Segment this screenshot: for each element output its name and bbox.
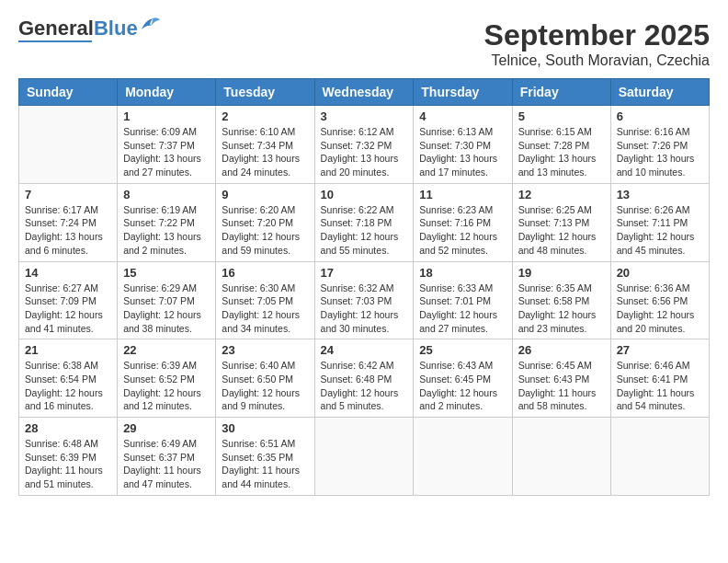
day-number: 24 (321, 343, 408, 357)
calendar-day-cell (314, 418, 414, 496)
day-info: Sunrise: 6:20 AMSunset: 7:20 PMDaylight:… (222, 203, 308, 258)
day-info: Sunrise: 6:43 AMSunset: 6:45 PMDaylight:… (419, 359, 506, 413)
calendar-day-cell: 23Sunrise: 6:40 AMSunset: 6:50 PMDayligh… (216, 339, 314, 418)
day-number: 19 (518, 266, 605, 280)
day-info: Sunrise: 6:29 AMSunset: 7:07 PMDaylight:… (123, 282, 210, 336)
day-info: Sunrise: 6:12 AMSunset: 7:32 PMDaylight:… (321, 125, 408, 179)
calendar-day-cell: 12Sunrise: 6:25 AMSunset: 7:13 PMDayligh… (512, 183, 610, 261)
calendar-day-cell: 21Sunrise: 6:38 AMSunset: 6:54 PMDayligh… (19, 339, 118, 418)
day-number: 6 (617, 109, 703, 123)
day-number: 25 (419, 343, 506, 357)
calendar-day-cell: 19Sunrise: 6:35 AMSunset: 6:58 PMDayligh… (512, 261, 610, 339)
calendar-week-row: 21Sunrise: 6:38 AMSunset: 6:54 PMDayligh… (19, 339, 710, 418)
calendar-day-cell: 30Sunrise: 6:51 AMSunset: 6:35 PMDayligh… (216, 418, 314, 496)
calendar-day-cell: 6Sunrise: 6:16 AMSunset: 7:26 PMDaylight… (610, 106, 709, 184)
day-number: 17 (321, 266, 408, 280)
calendar-day-cell: 29Sunrise: 6:49 AMSunset: 6:37 PMDayligh… (118, 418, 216, 496)
calendar-day-cell: 8Sunrise: 6:19 AMSunset: 7:22 PMDaylight… (118, 183, 216, 261)
day-number: 27 (617, 343, 703, 357)
weekday-header: Sunday (19, 79, 118, 106)
weekday-header: Saturday (610, 79, 709, 106)
day-info: Sunrise: 6:51 AMSunset: 6:35 PMDaylight:… (222, 437, 308, 491)
day-info: Sunrise: 6:46 AMSunset: 6:41 PMDaylight:… (617, 359, 703, 413)
calendar-week-row: 1Sunrise: 6:09 AMSunset: 7:37 PMDaylight… (19, 106, 710, 184)
calendar-day-cell (19, 106, 118, 184)
calendar-week-row: 14Sunrise: 6:27 AMSunset: 7:09 PMDayligh… (19, 261, 710, 339)
day-info: Sunrise: 6:33 AMSunset: 7:01 PMDaylight:… (419, 282, 506, 336)
day-info: Sunrise: 6:13 AMSunset: 7:30 PMDaylight:… (419, 125, 506, 179)
day-number: 26 (518, 343, 605, 357)
day-number: 8 (123, 188, 210, 201)
page-title: September 2025 (484, 18, 710, 52)
day-info: Sunrise: 6:38 AMSunset: 6:54 PMDaylight:… (25, 359, 111, 413)
page-subtitle: Telnice, South Moravian, Czechia (484, 52, 710, 69)
logo-bird-icon (140, 17, 160, 33)
calendar-day-cell: 25Sunrise: 6:43 AMSunset: 6:45 PMDayligh… (414, 339, 512, 418)
calendar-day-cell: 14Sunrise: 6:27 AMSunset: 7:09 PMDayligh… (19, 261, 118, 339)
day-number: 4 (419, 109, 506, 123)
day-number: 1 (123, 109, 210, 123)
title-block: September 2025 Telnice, South Moravian, … (484, 18, 710, 69)
day-number: 9 (222, 188, 308, 201)
calendar-week-row: 28Sunrise: 6:48 AMSunset: 6:39 PMDayligh… (19, 418, 710, 496)
logo-general: General (18, 17, 94, 40)
day-number: 15 (123, 266, 210, 280)
day-info: Sunrise: 6:40 AMSunset: 6:50 PMDaylight:… (222, 359, 308, 413)
day-number: 10 (321, 188, 408, 201)
day-number: 22 (123, 343, 210, 357)
calendar-day-cell (414, 418, 512, 496)
day-number: 13 (617, 188, 703, 201)
day-info: Sunrise: 6:42 AMSunset: 6:48 PMDaylight:… (321, 359, 408, 413)
day-info: Sunrise: 6:35 AMSunset: 6:58 PMDaylight:… (518, 282, 605, 336)
day-info: Sunrise: 6:16 AMSunset: 7:26 PMDaylight:… (617, 125, 703, 179)
day-info: Sunrise: 6:26 AMSunset: 7:11 PMDaylight:… (617, 203, 703, 258)
day-info: Sunrise: 6:32 AMSunset: 7:03 PMDaylight:… (321, 282, 408, 336)
calendar-day-cell: 11Sunrise: 6:23 AMSunset: 7:16 PMDayligh… (414, 183, 512, 261)
calendar-day-cell: 15Sunrise: 6:29 AMSunset: 7:07 PMDayligh… (118, 261, 216, 339)
calendar-day-cell: 13Sunrise: 6:26 AMSunset: 7:11 PMDayligh… (610, 183, 709, 261)
calendar-day-cell: 27Sunrise: 6:46 AMSunset: 6:41 PMDayligh… (610, 339, 709, 418)
day-number: 18 (419, 266, 506, 280)
calendar-day-cell: 20Sunrise: 6:36 AMSunset: 6:56 PMDayligh… (610, 261, 709, 339)
calendar-week-row: 7Sunrise: 6:17 AMSunset: 7:24 PMDaylight… (19, 183, 710, 261)
day-number: 12 (518, 188, 605, 201)
page-header: GeneralBlue September 2025 Telnice, Sout… (18, 18, 710, 69)
day-number: 29 (123, 421, 210, 435)
day-number: 7 (25, 188, 111, 201)
day-info: Sunrise: 6:27 AMSunset: 7:09 PMDaylight:… (25, 282, 111, 336)
calendar-day-cell: 2Sunrise: 6:10 AMSunset: 7:34 PMDaylight… (216, 106, 314, 184)
weekday-header: Thursday (414, 79, 512, 106)
day-info: Sunrise: 6:30 AMSunset: 7:05 PMDaylight:… (222, 282, 308, 336)
calendar-day-cell: 3Sunrise: 6:12 AMSunset: 7:32 PMDaylight… (314, 106, 414, 184)
calendar-header-row: SundayMondayTuesdayWednesdayThursdayFrid… (19, 79, 710, 106)
calendar-day-cell: 9Sunrise: 6:20 AMSunset: 7:20 PMDaylight… (216, 183, 314, 261)
logo-blue: Blue (94, 17, 138, 40)
day-info: Sunrise: 6:17 AMSunset: 7:24 PMDaylight:… (25, 203, 111, 258)
day-info: Sunrise: 6:09 AMSunset: 7:37 PMDaylight:… (123, 125, 210, 179)
calendar-day-cell: 28Sunrise: 6:48 AMSunset: 6:39 PMDayligh… (19, 418, 118, 496)
day-info: Sunrise: 6:45 AMSunset: 6:43 PMDaylight:… (518, 359, 605, 413)
logo-text: GeneralBlue (18, 18, 138, 39)
weekday-header: Tuesday (216, 79, 314, 106)
day-info: Sunrise: 6:22 AMSunset: 7:18 PMDaylight:… (321, 203, 408, 258)
calendar-day-cell: 1Sunrise: 6:09 AMSunset: 7:37 PMDaylight… (118, 106, 216, 184)
calendar-day-cell: 5Sunrise: 6:15 AMSunset: 7:28 PMDaylight… (512, 106, 610, 184)
logo-underline (18, 40, 92, 42)
day-info: Sunrise: 6:15 AMSunset: 7:28 PMDaylight:… (518, 125, 605, 179)
calendar-day-cell: 16Sunrise: 6:30 AMSunset: 7:05 PMDayligh… (216, 261, 314, 339)
day-number: 23 (222, 343, 308, 357)
day-info: Sunrise: 6:10 AMSunset: 7:34 PMDaylight:… (222, 125, 308, 179)
day-number: 16 (222, 266, 308, 280)
day-number: 3 (321, 109, 408, 123)
calendar-day-cell: 7Sunrise: 6:17 AMSunset: 7:24 PMDaylight… (19, 183, 118, 261)
calendar-day-cell (610, 418, 709, 496)
day-info: Sunrise: 6:23 AMSunset: 7:16 PMDaylight:… (419, 203, 506, 258)
day-number: 20 (617, 266, 703, 280)
calendar-day-cell: 26Sunrise: 6:45 AMSunset: 6:43 PMDayligh… (512, 339, 610, 418)
day-info: Sunrise: 6:48 AMSunset: 6:39 PMDaylight:… (25, 437, 111, 491)
day-info: Sunrise: 6:25 AMSunset: 7:13 PMDaylight:… (518, 203, 605, 258)
day-info: Sunrise: 6:36 AMSunset: 6:56 PMDaylight:… (617, 282, 703, 336)
day-info: Sunrise: 6:19 AMSunset: 7:22 PMDaylight:… (123, 203, 210, 258)
day-info: Sunrise: 6:49 AMSunset: 6:37 PMDaylight:… (123, 437, 210, 491)
day-info: Sunrise: 6:39 AMSunset: 6:52 PMDaylight:… (123, 359, 210, 413)
